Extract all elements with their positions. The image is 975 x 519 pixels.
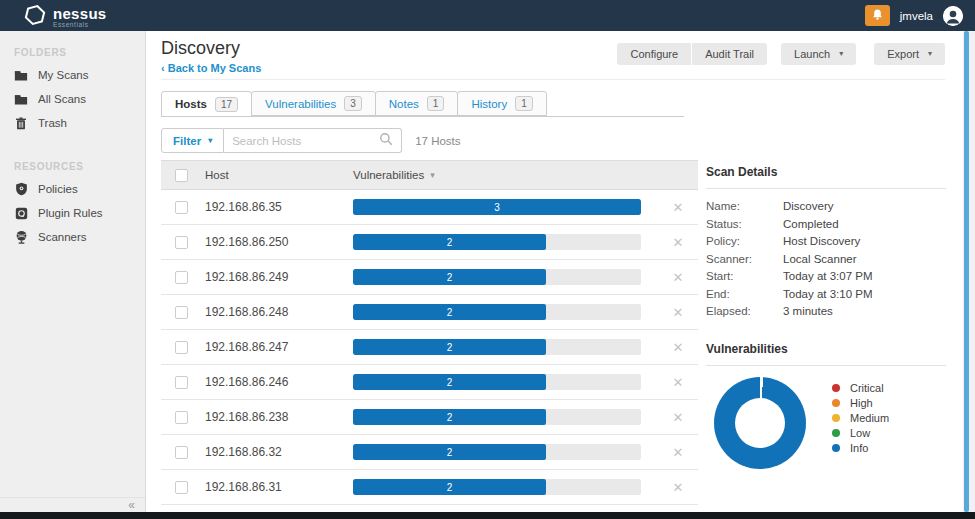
tab-count-badge: 1 — [427, 96, 445, 111]
sidebar-item[interactable]: All Scans — [0, 87, 145, 111]
remove-row-button[interactable]: ✕ — [658, 340, 698, 355]
bell-icon — [871, 7, 884, 25]
vulnerability-bar[interactable]: 2 — [353, 304, 641, 320]
brand-subtitle: Essentials — [53, 22, 107, 29]
trash-icon — [14, 116, 28, 130]
detail-row: Name: Discovery — [706, 198, 946, 216]
row-checkbox[interactable] — [175, 446, 188, 459]
legend-item: Critical — [832, 380, 889, 395]
tab-count-badge: 1 — [515, 96, 533, 111]
scrollbar-thumb[interactable] — [964, 31, 969, 512]
sidebar-item[interactable]: Plugin Rules — [0, 201, 145, 225]
vulnerability-bar[interactable]: 2 — [353, 444, 641, 460]
export-button[interactable]: Export ▾ — [874, 43, 945, 65]
remove-row-button[interactable]: ✕ — [658, 270, 698, 285]
legend-item: Low — [832, 425, 889, 440]
host-column-header[interactable]: Host — [205, 169, 353, 181]
row-checkbox[interactable] — [175, 376, 188, 389]
main-content: Discovery ‹ Back to My Scans Configure A… — [147, 31, 963, 512]
caret-down-icon: ▾ — [839, 50, 843, 58]
tab[interactable]: Vulnerabilities 3 — [251, 91, 376, 116]
legend-dot — [832, 414, 840, 422]
legend-item: Info — [832, 440, 889, 455]
search-input[interactable] — [232, 135, 379, 147]
username: jmvela — [900, 10, 933, 22]
vulnerabilities-donut[interactable] — [714, 377, 806, 469]
legend-dot — [832, 429, 840, 437]
brand-name: nessus — [53, 6, 107, 21]
table-row: 192.168.86.248 2 ✕ — [161, 295, 698, 330]
launch-button[interactable]: Launch ▾ — [781, 43, 856, 65]
host-address[interactable]: 192.168.86.35 — [205, 200, 353, 214]
back-to-my-scans-link[interactable]: ‹ Back to My Scans — [161, 62, 261, 74]
row-checkbox[interactable] — [175, 201, 188, 214]
detail-row: End: Today at 3:10 PM — [706, 286, 946, 304]
row-checkbox[interactable] — [175, 411, 188, 424]
host-address[interactable]: 192.168.86.250 — [205, 235, 353, 249]
remove-row-button[interactable]: ✕ — [658, 445, 698, 460]
notifications-button[interactable] — [865, 5, 890, 26]
tab[interactable]: Notes 1 — [375, 91, 459, 116]
row-checkbox[interactable] — [175, 236, 188, 249]
vulnerability-bar[interactable]: 2 — [353, 374, 641, 390]
table-row: 192.168.86.247 2 ✕ — [161, 330, 698, 365]
remove-row-button[interactable]: ✕ — [658, 410, 698, 425]
row-checkbox[interactable] — [175, 481, 188, 494]
vulnerability-bar[interactable]: 2 — [353, 409, 641, 425]
remove-row-button[interactable]: ✕ — [658, 235, 698, 250]
row-checkbox[interactable] — [175, 341, 188, 354]
legend-dot — [832, 384, 840, 392]
host-address[interactable]: 192.168.86.32 — [205, 445, 353, 459]
sort-caret-icon[interactable]: ▾ — [430, 170, 435, 180]
vulnerability-bar[interactable]: 3 — [353, 199, 641, 215]
audit-trail-button[interactable]: Audit Trail — [692, 43, 767, 65]
host-address[interactable]: 192.168.86.31 — [205, 480, 353, 494]
remove-row-button[interactable]: ✕ — [658, 200, 698, 215]
row-checkbox[interactable] — [175, 306, 188, 319]
sidebar-item[interactable]: Trash — [0, 111, 145, 135]
remove-row-button[interactable]: ✕ — [658, 375, 698, 390]
shield-icon — [14, 182, 28, 196]
vulnerability-bar[interactable]: 2 — [353, 339, 641, 355]
sidebar-item[interactable]: Scanners — [0, 225, 145, 249]
vulnerability-bar[interactable]: 2 — [353, 479, 641, 495]
select-all-checkbox[interactable] — [175, 169, 188, 182]
tab[interactable]: History 1 — [457, 91, 546, 116]
sidebar: FOLDERS My Scans All Scans Trash RESOURC… — [0, 31, 146, 512]
sidebar-item[interactable]: My Scans — [0, 63, 145, 87]
remove-row-button[interactable]: ✕ — [658, 480, 698, 495]
folder-icon — [14, 68, 28, 82]
table-row: 192.168.86.30 2 ✕ — [161, 505, 698, 512]
search-box — [224, 128, 402, 153]
detail-row: Policy: Host Discovery — [706, 233, 946, 251]
host-address[interactable]: 192.168.86.238 — [205, 410, 353, 424]
nessus-logo: nessus Essentials — [24, 4, 107, 30]
resources-section-title: RESOURCES — [14, 161, 145, 172]
host-address[interactable]: 192.168.86.247 — [205, 340, 353, 354]
sidebar-collapse-button[interactable]: « — [128, 498, 135, 512]
table-row: 192.168.86.31 2 ✕ — [161, 470, 698, 505]
host-address[interactable]: 192.168.86.246 — [205, 375, 353, 389]
tab-count-badge: 17 — [215, 97, 238, 112]
row-checkbox[interactable] — [175, 271, 188, 284]
user-avatar[interactable] — [943, 6, 963, 26]
sidebar-item[interactable]: Policies — [0, 177, 145, 201]
host-address[interactable]: 192.168.86.248 — [205, 305, 353, 319]
legend-item: High — [832, 395, 889, 410]
configure-button[interactable]: Configure — [617, 43, 691, 65]
legend-dot — [832, 399, 840, 407]
filter-dropdown[interactable]: Filter ▾ — [161, 128, 224, 153]
vulnerability-bar[interactable]: 2 — [353, 234, 641, 250]
table-row: 192.168.86.32 2 ✕ — [161, 435, 698, 470]
detail-row: Elapsed: 3 minutes — [706, 303, 946, 321]
table-row: 192.168.86.35 3 ✕ — [161, 190, 698, 225]
topbar: nessus Essentials jmvela — [0, 0, 975, 31]
vulnerabilities-panel: Vulnerabilities Critical High Medium — [706, 342, 946, 469]
vulnerability-bar[interactable]: 2 — [353, 269, 641, 285]
scan-details-title: Scan Details — [706, 165, 946, 189]
table-row: 192.168.86.249 2 ✕ — [161, 260, 698, 295]
remove-row-button[interactable]: ✕ — [658, 305, 698, 320]
vulnerabilities-column-header[interactable]: Vulnerabilities — [353, 169, 424, 181]
tab[interactable]: Hosts 17 — [161, 91, 252, 117]
host-address[interactable]: 192.168.86.249 — [205, 270, 353, 284]
